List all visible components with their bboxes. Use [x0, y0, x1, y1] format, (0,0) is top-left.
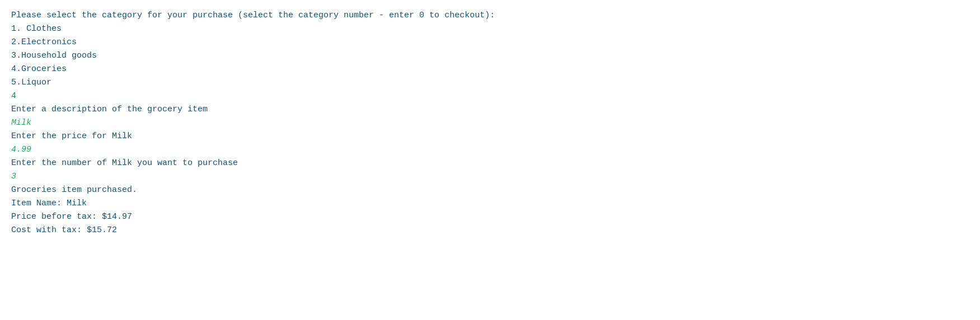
terminal-line-cat4: 4.Groceries [11, 63, 969, 76]
terminal-output: Please select the category for your purc… [11, 9, 969, 237]
terminal-line-result-name: Item Name: Milk [11, 197, 969, 210]
terminal-line-cat2: 2.Electronics [11, 36, 969, 49]
terminal-line-qty-prompt: Enter the number of Milk you want to pur… [11, 157, 969, 170]
terminal-line-result-tax: Cost with tax: $15.72 [11, 224, 969, 237]
terminal-line-cat5: 5.Liquor [11, 76, 969, 90]
terminal-line-cat3: 3.Household goods [11, 49, 969, 63]
terminal-line-input-category: 4 [11, 90, 969, 103]
terminal-line-desc-prompt: Enter a description of the grocery item [11, 103, 969, 116]
terminal-line-prompt: Please select the category for your purc… [11, 9, 969, 22]
terminal-line-result-cat: Groceries item purchased. [11, 183, 969, 197]
terminal-line-input-price: 4.99 [11, 143, 969, 157]
terminal-line-result-pretax: Price before tax: $14.97 [11, 210, 969, 224]
terminal-line-cat1: 1. Clothes [11, 22, 969, 36]
terminal-line-input-desc: Milk [11, 116, 969, 130]
terminal-line-input-qty: 3 [11, 170, 969, 183]
terminal-line-price-prompt: Enter the price for Milk [11, 130, 969, 143]
